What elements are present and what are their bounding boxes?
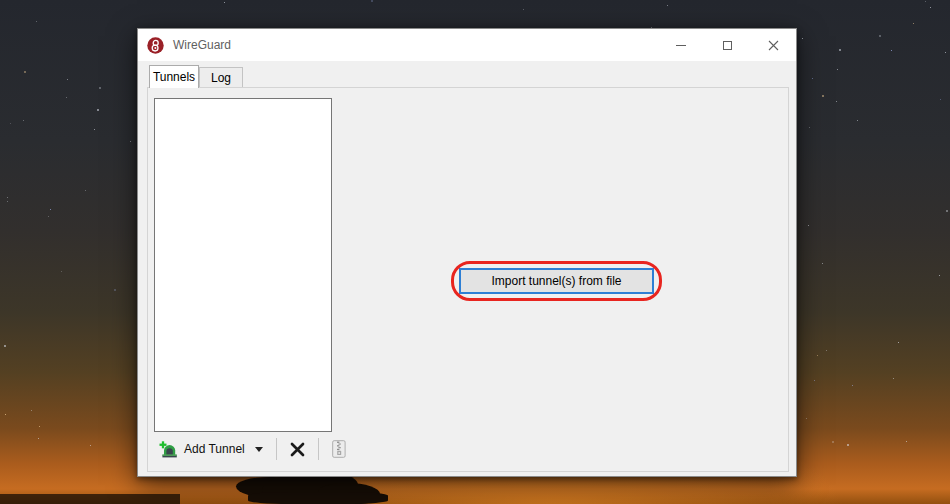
add-tunnel-button[interactable]: Add Tunnel (152, 437, 270, 462)
import-tunnels-button[interactable]: Import tunnel(s) from file (459, 268, 654, 294)
tunnel-toolbar: Add Tunnel (152, 434, 353, 464)
chevron-down-icon (255, 447, 263, 452)
tab-log[interactable]: Log (199, 67, 243, 88)
tree-silhouette (236, 477, 314, 499)
tunnel-list[interactable] (154, 98, 332, 432)
toolbar-separator (318, 438, 319, 460)
window-title: WireGuard (173, 38, 231, 52)
wireguard-window: WireGuard Tunnels Log Import tunnel(s) f… (137, 28, 797, 477)
tab-tunnels[interactable]: Tunnels (149, 65, 199, 88)
tab-log-label: Log (211, 71, 231, 85)
export-tunnels-zip-button[interactable] (325, 436, 353, 462)
maximize-button[interactable] (704, 29, 750, 61)
minimize-icon (676, 45, 686, 46)
tree-silhouette (248, 492, 388, 504)
remove-tunnel-button[interactable] (283, 438, 312, 461)
toolbar-separator (276, 438, 277, 460)
zip-file-icon (332, 440, 346, 458)
add-tunnel-icon (159, 441, 178, 458)
close-icon (768, 40, 779, 51)
title-bar: WireGuard (138, 29, 796, 61)
wireguard-logo-icon (147, 37, 164, 54)
tree-silhouette (318, 483, 380, 504)
tab-tunnels-label: Tunnels (153, 70, 195, 84)
add-tunnel-label: Add Tunnel (184, 442, 245, 456)
delete-x-icon (290, 442, 305, 457)
minimize-button[interactable] (658, 29, 704, 61)
caption-buttons (658, 29, 796, 61)
maximize-icon (723, 41, 732, 50)
horizon-shadow (0, 494, 180, 504)
close-button[interactable] (750, 29, 796, 61)
